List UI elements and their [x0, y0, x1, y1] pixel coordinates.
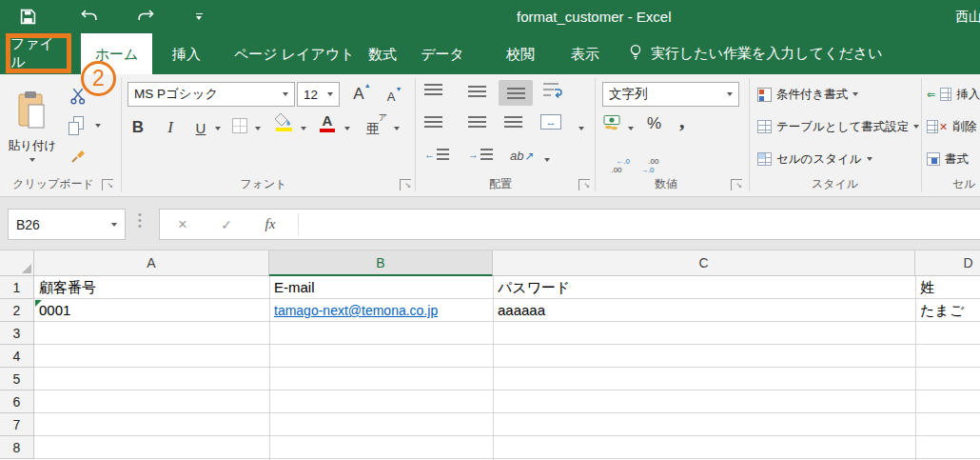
- borders-icon[interactable]: [232, 118, 247, 133]
- row-header-2[interactable]: 2: [0, 299, 34, 322]
- tab-data[interactable]: データ: [419, 33, 466, 74]
- phonetic-guide-icon[interactable]: ア 亜: [365, 112, 388, 139]
- font-color-icon[interactable]: A: [320, 114, 335, 132]
- number-dialog-launcher-icon[interactable]: [731, 179, 742, 190]
- font-dialog-launcher-icon[interactable]: [400, 179, 411, 190]
- row-header-6[interactable]: 6: [0, 390, 34, 413]
- cell-styles-button[interactable]: セルのスタイル: [757, 149, 872, 170]
- column-header-C[interactable]: C: [493, 250, 915, 276]
- align-top-icon[interactable]: [424, 84, 442, 95]
- align-center-icon[interactable]: [468, 116, 486, 128]
- decrease-indent-icon[interactable]: ←: [424, 149, 449, 160]
- insert-function-icon[interactable]: fx: [259, 210, 282, 239]
- conditional-formatting-button[interactable]: 条件付き書式: [757, 84, 858, 105]
- undo-icon[interactable]: [76, 6, 101, 27]
- format-cells-icon: [927, 152, 940, 166]
- format-as-table-icon: [757, 120, 772, 133]
- formula-input[interactable]: [304, 210, 980, 239]
- cell-C2[interactable]: aaaaaa: [494, 299, 912, 322]
- save-icon[interactable]: [15, 6, 40, 27]
- tell-me-box[interactable]: 実行したい作業を入力してください: [629, 33, 883, 74]
- annotation-step-circle: 2: [81, 61, 116, 96]
- font-size-combo[interactable]: 12: [297, 82, 340, 107]
- fill-color-dropdown-caret[interactable]: [301, 127, 306, 130]
- name-box-splitter[interactable]: •••: [138, 211, 142, 229]
- underline-button[interactable]: U: [190, 114, 211, 141]
- name-box-caret[interactable]: [111, 223, 117, 227]
- fill-color-icon[interactable]: [274, 112, 293, 131]
- cell-styles-icon: [757, 152, 772, 166]
- format-cells-button[interactable]: 書式: [927, 149, 969, 170]
- cell-D2[interactable]: たまご: [916, 299, 979, 322]
- orientation-icon[interactable]: ab ↗: [510, 149, 535, 163]
- tab-review[interactable]: 校閲: [506, 33, 535, 74]
- column-header-A[interactable]: A: [34, 250, 269, 276]
- italic-button[interactable]: I: [160, 114, 181, 141]
- worksheet: A B C D 1 2 3 4 5 6 7 8 顧客番号 E-mail パスワー…: [0, 250, 980, 460]
- accounting-dropdown-caret[interactable]: [628, 127, 634, 130]
- tell-me-label: 実行したい作業を入力してください: [651, 45, 883, 63]
- align-bottom-icon-selected[interactable]: [499, 80, 533, 106]
- row-header-5[interactable]: 5: [0, 368, 34, 390]
- cancel-icon[interactable]: ×: [171, 210, 194, 239]
- cell-C1[interactable]: パスワード: [494, 276, 912, 299]
- orientation-dropdown-caret[interactable]: [544, 158, 550, 162]
- row-header-8[interactable]: 8: [0, 436, 34, 459]
- delete-cells-button[interactable]: ✕ 削除: [927, 116, 976, 137]
- format-painter-icon[interactable]: [67, 145, 89, 168]
- cells-group-label: セル: [921, 176, 980, 192]
- copy-dropdown-caret[interactable]: [95, 124, 101, 128]
- row-header-4[interactable]: 4: [0, 345, 34, 368]
- align-middle-icon[interactable]: [468, 86, 486, 97]
- column-header-D[interactable]: D: [915, 250, 980, 276]
- copy-icon[interactable]: [67, 114, 86, 137]
- cell-A2[interactable]: 0001: [35, 299, 267, 322]
- underline-dropdown-caret[interactable]: [215, 127, 221, 130]
- phonetic-dropdown-caret[interactable]: [394, 127, 400, 130]
- row-header-3[interactable]: 3: [0, 322, 34, 345]
- wrap-text-icon[interactable]: [542, 82, 563, 99]
- customize-qat-icon[interactable]: [186, 6, 211, 27]
- increase-indent-icon[interactable]: →: [468, 149, 493, 160]
- insert-cells-icon: ⇐: [927, 89, 935, 101]
- ribbon-tab-row: ファイル ホーム 挿入 ページ レイアウト 数式 データ 校閲 表示 実行したい…: [0, 33, 980, 74]
- number-format-combo[interactable]: 文字列: [602, 82, 739, 107]
- redo-icon[interactable]: [133, 6, 158, 27]
- shrink-font-button[interactable]: A▼: [379, 84, 403, 109]
- merge-center-icon[interactable]: ↔: [540, 114, 561, 130]
- insert-cells-button[interactable]: ⇐ 挿入: [927, 84, 980, 105]
- column-header-B-selected[interactable]: B: [269, 250, 493, 276]
- comma-style-button[interactable]: ,: [679, 109, 685, 133]
- bold-button[interactable]: B: [127, 114, 148, 141]
- group-separator: [749, 78, 750, 191]
- borders-dropdown-caret[interactable]: [255, 127, 261, 130]
- tab-page-layout[interactable]: ページ レイアウト: [234, 33, 333, 74]
- format-as-table-button[interactable]: テーブルとして書式設定: [757, 116, 919, 137]
- tab-file-highlighted[interactable]: ファイル: [6, 33, 71, 73]
- row-header-1[interactable]: 1: [0, 276, 34, 299]
- ribbon: 貼り付け クリップボード MS Pゴシック 12 A▲ A▼: [0, 74, 980, 197]
- alignment-dialog-launcher-icon[interactable]: [578, 179, 590, 190]
- cell-B1[interactable]: E-mail: [270, 276, 491, 299]
- tab-insert[interactable]: 挿入: [172, 33, 201, 74]
- percent-style-button[interactable]: %: [647, 114, 661, 133]
- paste-button[interactable]: 貼り付け: [6, 80, 59, 171]
- enter-icon[interactable]: ✓: [215, 210, 238, 239]
- align-left-icon[interactable]: [424, 116, 442, 128]
- merge-dropdown-caret[interactable]: [578, 127, 584, 130]
- tab-formulas[interactable]: 数式: [368, 33, 397, 74]
- font-color-dropdown-caret[interactable]: [344, 127, 350, 130]
- cell-A1[interactable]: 顧客番号: [35, 276, 267, 299]
- cell-D1[interactable]: 姓: [916, 276, 979, 299]
- font-name-combo[interactable]: MS Pゴシック: [127, 82, 295, 107]
- clipboard-dialog-launcher-icon[interactable]: [102, 179, 113, 190]
- row-header-7[interactable]: 7: [0, 413, 34, 436]
- align-right-icon[interactable]: [504, 116, 522, 128]
- select-all-corner[interactable]: [0, 250, 34, 276]
- cell-B2-hyperlink[interactable]: tamago-next@temona.co.jp: [270, 299, 491, 322]
- accounting-format-icon[interactable]: [603, 114, 622, 130]
- group-separator: [415, 78, 416, 191]
- grow-font-button[interactable]: A▲: [346, 82, 371, 107]
- name-box[interactable]: B26: [8, 209, 126, 240]
- tab-view[interactable]: 表示: [571, 33, 599, 74]
